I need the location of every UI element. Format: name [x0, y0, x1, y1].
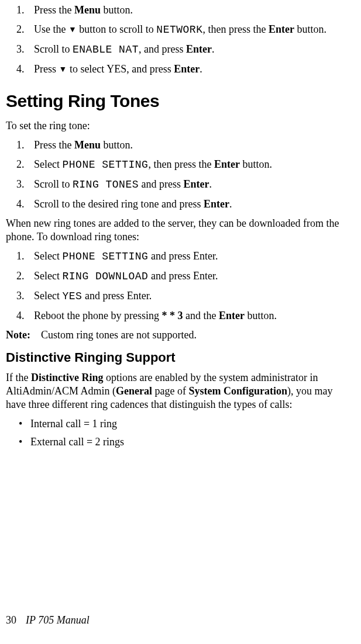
step-text: button. — [240, 158, 272, 170]
step-text: and press Enter. — [148, 270, 218, 282]
step-text: Press the — [34, 4, 74, 16]
subsection-heading: Distinctive Ringing Support — [6, 350, 349, 365]
phone-setting-code: PHONE SETTING — [62, 251, 148, 262]
p-text: If the — [6, 372, 31, 383]
ring-download-code: RING DOWNLOAD — [62, 271, 148, 282]
menu-label: Menu — [74, 4, 101, 16]
step-row: 2. Select PHONE SETTING, then press the … — [6, 158, 349, 172]
bullet-text: Internal call = 1 ring — [30, 418, 117, 430]
steps-block-2: 1. Press the Menu button. 2. Select PHON… — [6, 139, 349, 211]
enter-label: Enter — [184, 178, 209, 190]
step-text: and the — [183, 310, 218, 321]
page-footer: 30IP 705 Manual — [6, 614, 90, 626]
step-text: Select — [34, 290, 62, 302]
step-text: Press — [34, 63, 59, 75]
step-row: 4. Reboot the phone by pressing * * 3 an… — [6, 309, 349, 323]
step-text: Use the — [34, 23, 68, 35]
note-label: Note: — [6, 328, 41, 342]
step-number: 3. — [16, 43, 25, 56]
note-text: Custom ring tones are not supported. — [41, 328, 197, 342]
step-text: Select — [34, 250, 62, 262]
steps-block-3: 1. Select PHONE SETTING and press Enter.… — [6, 250, 349, 323]
step-text: and press Enter. — [148, 250, 218, 262]
yes-code: YES — [62, 290, 82, 302]
step-row: 3. Scroll to ENABLE NAT, and press Enter… — [6, 43, 349, 57]
system-configuration-label: System Configuration — [188, 385, 287, 397]
bullet-icon: • — [19, 435, 22, 449]
section-heading: Setting Ring Tones — [6, 91, 349, 111]
step-number: 3. — [16, 289, 25, 303]
content-area: 1. Press the Menu button. 2. Use the ▼ b… — [6, 0, 349, 449]
step-text: Reboot the phone by pressing — [34, 310, 161, 321]
enter-label: Enter — [186, 43, 212, 55]
step-text: button. — [245, 310, 277, 321]
steps-block-1: 1. Press the Menu button. 2. Use the ▼ b… — [6, 4, 349, 76]
enter-label: Enter — [219, 310, 245, 321]
step-row: 4. Press ▼ to select YES, and press Ente… — [6, 63, 349, 76]
step-row: 2. Select RING DOWNLOAD and press Enter. — [6, 269, 349, 283]
step-text: button to scroll to — [77, 23, 157, 35]
step-number: 4. — [16, 198, 25, 211]
step-text: , then press the — [202, 23, 268, 35]
step-text: Scroll to the desired ring tone and pres… — [34, 198, 204, 210]
list-item: • Internal call = 1 ring — [6, 417, 349, 431]
step-row: 3. Select YES and press Enter. — [6, 289, 349, 303]
enter-label: Enter — [204, 198, 229, 210]
step-text: . — [212, 43, 215, 55]
intro-paragraph: When new ring tones are added to the ser… — [6, 217, 349, 244]
step-row: 1. Press the Menu button. — [6, 139, 349, 152]
enter-label: Enter — [269, 23, 294, 35]
step-text: to select YES, and press — [67, 63, 174, 75]
step-number: 3. — [16, 178, 25, 191]
step-text: Press the — [34, 139, 74, 151]
step-row: 2. Use the ▼ button to scroll to NETWORK… — [6, 23, 349, 37]
step-row: 4. Scroll to the desired ring tone and p… — [6, 198, 349, 211]
step-text: . — [209, 178, 212, 190]
step-row: 1. Press the Menu button. — [6, 4, 349, 17]
step-text: . — [200, 63, 202, 75]
step-text: Select — [34, 158, 62, 170]
step-text: Select — [34, 270, 62, 282]
ring-tones-code: RING TONES — [73, 179, 139, 191]
bullet-list: • Internal call = 1 ring • External call… — [6, 417, 349, 449]
step-text: button. — [294, 23, 326, 35]
step-text: , and press — [139, 43, 186, 55]
distinctive-ring-label: Distinctive Ring — [31, 372, 104, 383]
step-row: 1. Select PHONE SETTING and press Enter. — [6, 250, 349, 264]
page-number: 30 — [6, 614, 26, 626]
enter-label: Enter — [214, 158, 240, 170]
general-label: General — [116, 385, 152, 397]
phone-setting-code: PHONE SETTING — [62, 159, 148, 171]
star-star-3: * * 3 — [161, 310, 183, 321]
distinctive-paragraph: If the Distinctive Ring options are enab… — [6, 371, 349, 411]
step-text: and press — [139, 178, 183, 190]
bullet-text: External call = 2 rings — [30, 436, 124, 448]
step-text: Scroll to — [34, 43, 73, 55]
manual-title: IP 705 Manual — [26, 614, 90, 626]
step-text: Scroll to — [34, 178, 73, 190]
p-text: page of — [152, 385, 188, 397]
enable-nat-code: ENABLE NAT — [73, 44, 139, 56]
step-text: . — [229, 198, 232, 210]
step-number: 2. — [16, 269, 25, 283]
step-number: 1. — [16, 4, 25, 17]
page: 1. Press the Menu button. 2. Use the ▼ b… — [0, 0, 361, 644]
step-number: 2. — [16, 158, 25, 171]
step-number: 2. — [16, 23, 25, 36]
step-number: 4. — [16, 309, 25, 323]
enter-label: Enter — [174, 63, 200, 75]
step-text: button. — [101, 4, 133, 16]
step-number: 4. — [16, 63, 25, 76]
step-row: 3. Scroll to RING TONES and press Enter. — [6, 178, 349, 192]
intro-paragraph: To set the ring tone: — [6, 119, 349, 133]
menu-label: Menu — [74, 139, 101, 151]
step-text: and press Enter. — [82, 290, 152, 302]
step-number: 1. — [16, 139, 25, 152]
network-code: NETWORK — [156, 24, 202, 36]
step-text: button. — [101, 139, 133, 151]
note-row: Note: Custom ring tones are not supporte… — [6, 328, 349, 342]
bullet-icon: • — [19, 417, 22, 431]
step-text: , then press the — [148, 158, 214, 170]
step-number: 1. — [16, 250, 25, 263]
list-item: • External call = 2 rings — [6, 435, 349, 449]
